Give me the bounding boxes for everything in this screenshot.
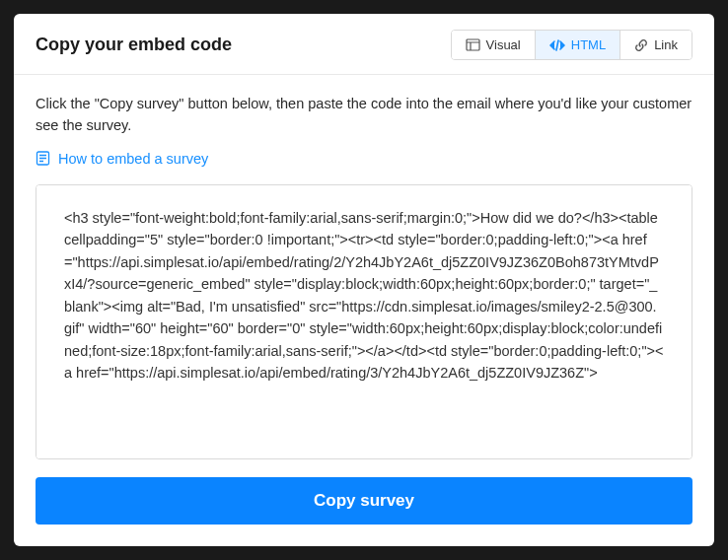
help-link[interactable]: How to embed a survey — [36, 151, 692, 167]
tab-link-label: Link — [654, 37, 678, 52]
svg-rect-0 — [467, 39, 479, 50]
tab-visual-label: Visual — [486, 37, 521, 52]
view-tabs: Visual HTML Link — [451, 30, 692, 60]
instruction-text: Click the "Copy survey" button below, th… — [36, 93, 692, 137]
embed-code-modal: Copy your embed code Visual HTML — [14, 14, 714, 546]
copy-survey-button[interactable]: Copy survey — [36, 477, 692, 525]
modal-header: Copy your embed code Visual HTML — [14, 14, 714, 75]
tab-html[interactable]: HTML — [536, 31, 620, 59]
visual-icon — [466, 38, 480, 51]
code-container — [36, 184, 692, 459]
link-icon — [634, 38, 648, 52]
tab-html-label: HTML — [571, 37, 606, 52]
embed-code-textarea[interactable] — [36, 185, 692, 458]
help-link-label: How to embed a survey — [58, 151, 208, 167]
svg-line-3 — [556, 40, 558, 50]
modal-body: Click the "Copy survey" button below, th… — [14, 75, 714, 546]
modal-title: Copy your embed code — [36, 35, 232, 55]
tab-visual[interactable]: Visual — [452, 31, 536, 59]
tab-link[interactable]: Link — [620, 31, 692, 59]
document-icon — [36, 151, 50, 166]
code-icon — [549, 39, 565, 51]
